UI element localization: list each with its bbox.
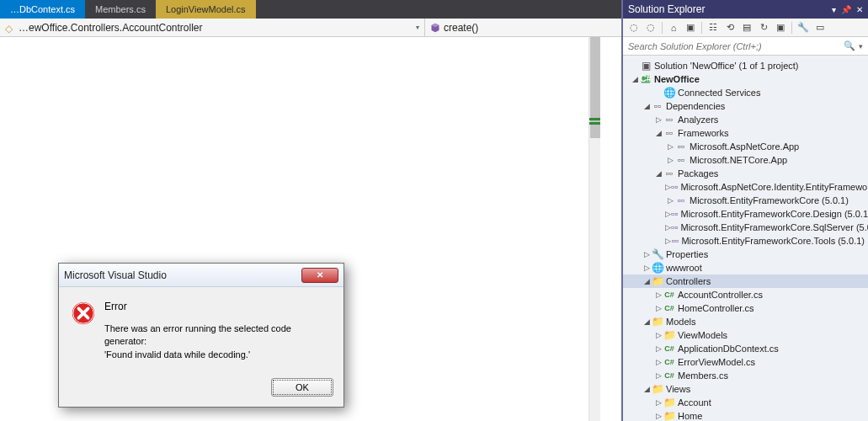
tree-node[interactable]: ▫▫Microsoft.EntityFrameworkCore.Design (… <box>623 207 868 221</box>
csharp-icon: C# <box>663 356 675 368</box>
tree-twist-icon[interactable] <box>665 237 672 245</box>
tree-node[interactable]: ▫▫Frameworks <box>623 126 868 140</box>
search-dropdown-icon[interactable]: ▾ <box>859 42 863 51</box>
solution-tree[interactable]: ▣Solution 'NewOffice' (1 of 1 project)C#… <box>623 56 868 421</box>
svg-text:C#: C# <box>640 73 652 83</box>
tree-twist-icon[interactable] <box>642 264 652 272</box>
back-icon[interactable]: ◌ <box>626 20 642 35</box>
tree-node[interactable]: 🌐Connected Services <box>623 86 868 99</box>
tree-twist-icon[interactable] <box>665 210 671 218</box>
tree-twist-icon[interactable] <box>653 115 663 124</box>
pkg-icon: ▫▫ <box>671 181 679 193</box>
tree-node-label: Views <box>666 384 690 394</box>
tree-node[interactable]: ▫▫Microsoft.EntityFrameworkCore.Tools (5… <box>623 234 868 248</box>
tree-node[interactable]: ▫▫Analyzers <box>623 113 868 126</box>
dialog-close-button[interactable]: ✕ <box>301 268 338 283</box>
panel-pin-icon[interactable]: 📌 <box>841 5 851 14</box>
tree-twist-icon[interactable] <box>653 371 663 380</box>
tree-node[interactable]: ▫▫Microsoft.AspNetCore.App <box>623 140 868 153</box>
tree-node-label: ErrorViewModel.cs <box>678 357 755 367</box>
tree-node[interactable]: 📁Account <box>623 396 868 409</box>
tree-twist-icon[interactable] <box>665 223 671 232</box>
separator <box>701 22 702 34</box>
dialog-title-bar[interactable]: Microsoft Visual Studio ✕ <box>59 264 343 287</box>
tree-node[interactable]: ▫▫Microsoft.EntityFrameworkCore.SqlServe… <box>623 221 868 234</box>
tree-twist-icon[interactable] <box>653 169 663 178</box>
tree-node[interactable]: C#ErrorViewModel.cs <box>623 355 868 369</box>
show-all-icon[interactable]: ▤ <box>739 20 754 35</box>
tree-twist-icon[interactable] <box>653 304 663 312</box>
tab-loginviewmodel[interactable]: LoginViewModel.cs <box>156 0 256 19</box>
tree-twist-icon[interactable] <box>653 412 663 420</box>
tree-twist-icon[interactable] <box>653 398 663 407</box>
panel-menu-icon[interactable]: ▾ <box>832 5 836 14</box>
tab-dbcontext[interactable]: …DbContext.cs <box>0 0 85 19</box>
tree-node[interactable]: 📁Home <box>623 409 868 421</box>
csharp-icon: C# <box>663 289 675 301</box>
ok-button[interactable]: OK <box>271 378 333 397</box>
csharp-icon: C# <box>663 343 675 354</box>
folder-icon: 📁 <box>652 316 663 328</box>
tree-node[interactable]: C#Members.cs <box>623 369 868 382</box>
csproj-icon: C# <box>640 73 652 85</box>
tree-twist-icon[interactable] <box>665 156 675 164</box>
folder-icon: 📁 <box>652 383 663 395</box>
tree-node-label: ViewModels <box>678 330 727 340</box>
tree-node-label: Home <box>678 411 702 421</box>
vertical-scrollbar[interactable] <box>588 37 600 421</box>
tree-node[interactable]: 🌐wwwroot <box>623 261 868 274</box>
tree-twist-icon[interactable] <box>653 129 663 137</box>
nest-icon[interactable]: ☷ <box>706 20 721 35</box>
dep-icon: ▫▫ <box>675 141 687 152</box>
tree-node[interactable]: 🔧Properties <box>623 248 868 261</box>
home-icon[interactable]: ⌂ <box>666 20 681 35</box>
tree-node-label: wwwroot <box>666 263 702 273</box>
tree-twist-icon[interactable] <box>653 358 663 366</box>
tree-twist-icon[interactable] <box>653 344 663 353</box>
tree-twist-icon[interactable] <box>642 317 652 326</box>
tree-twist-icon[interactable] <box>642 102 652 110</box>
tree-node[interactable]: 📁Views <box>623 382 868 396</box>
tree-node[interactable]: ▫▫Packages <box>623 167 868 180</box>
tree-node[interactable]: ▣Solution 'NewOffice' (1 of 1 project) <box>623 59 868 72</box>
tree-node[interactable]: ▫▫Microsoft.EntityFrameworkCore (5.0.1) <box>623 194 868 207</box>
tree-node-label: Packages <box>678 168 718 179</box>
tree-twist-icon[interactable] <box>665 196 675 205</box>
collapse-icon[interactable]: ▣ <box>773 20 788 35</box>
tree-twist-icon[interactable] <box>665 142 675 151</box>
tree-twist-icon[interactable] <box>642 250 652 258</box>
tree-twist-icon[interactable] <box>653 290 663 299</box>
breadcrumb-scope[interactable]: ◇ …ewOffice.Controllers.AccountControlle… <box>0 19 425 36</box>
tree-node-label: Connected Services <box>678 88 760 98</box>
tree-node[interactable]: ▫▫Dependencies <box>623 99 868 113</box>
tree-node[interactable]: 📁Controllers <box>623 274 868 288</box>
tab-members[interactable]: Members.cs <box>85 0 156 19</box>
tree-node[interactable]: C#AccountController.cs <box>623 288 868 301</box>
panel-close-icon[interactable]: ✕ <box>856 5 863 14</box>
tree-node[interactable]: C#HomeController.cs <box>623 301 868 315</box>
tree-node[interactable]: C#ApplicationDbContext.cs <box>623 342 868 355</box>
preview-icon[interactable]: ▭ <box>812 20 828 35</box>
tree-twist-icon[interactable] <box>653 331 663 339</box>
tree-node[interactable]: ▫▫Microsoft.NETCore.App <box>623 153 868 167</box>
tree-twist-icon[interactable] <box>665 183 671 191</box>
search-input[interactable] <box>628 41 844 51</box>
tree-node-label: Microsoft.EntityFrameworkCore.Design (5.… <box>681 209 868 219</box>
pkg-icon: ▫▫ <box>672 235 679 247</box>
dep-icon: ▫▫ <box>663 168 675 179</box>
tree-twist-icon[interactable] <box>630 75 640 83</box>
properties-icon[interactable]: 🔧 <box>796 20 811 35</box>
sync-icon[interactable]: ⟲ <box>722 20 738 35</box>
tree-node[interactable]: C#NewOffice <box>623 72 868 86</box>
tree-twist-icon[interactable] <box>642 277 652 285</box>
forward-icon[interactable]: ◌ <box>643 20 658 35</box>
refresh-icon[interactable]: ↻ <box>756 20 771 35</box>
tree-node[interactable]: ▫▫Microsoft.AspNetCore.Identity.EntityFr… <box>623 180 868 194</box>
tree-node[interactable]: 📁ViewModels <box>623 328 868 342</box>
solutions-views-icon[interactable]: ▣ <box>683 20 698 35</box>
dialog-title: Microsoft Visual Studio <box>64 269 167 281</box>
tree-twist-icon[interactable] <box>642 385 652 393</box>
tree-node[interactable]: 📁Models <box>623 315 868 328</box>
search-icon[interactable]: 🔍 <box>844 40 855 51</box>
panel-title-bar[interactable]: Solution Explorer ▾ 📌 ✕ <box>623 0 868 19</box>
